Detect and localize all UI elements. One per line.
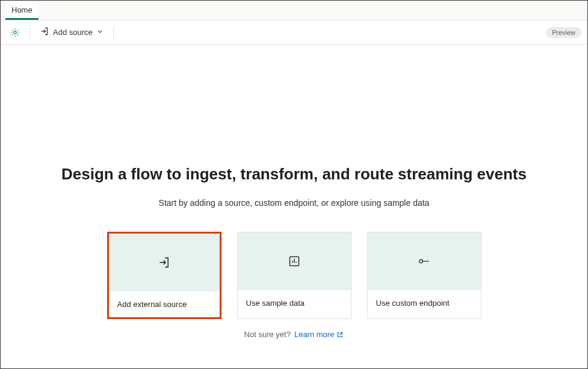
card-label: Add external source <box>109 291 220 317</box>
divider <box>113 26 114 39</box>
svg-point-2 <box>419 259 422 263</box>
preview-badge: Preview <box>546 27 581 38</box>
svg-point-0 <box>14 31 16 33</box>
footer-prompt: Not sure yet? <box>244 330 291 339</box>
external-link-icon <box>336 331 344 338</box>
chevron-down-icon <box>96 28 104 37</box>
cards-row: Add external source Use sample data Use … <box>107 232 481 319</box>
settings-button[interactable] <box>7 24 23 41</box>
add-source-button[interactable]: Add source <box>36 24 107 40</box>
card-use-sample-data[interactable]: Use sample data <box>237 232 351 319</box>
add-source-label: Add source <box>53 28 93 37</box>
gear-icon <box>10 28 20 37</box>
bar-chart-icon <box>288 255 300 267</box>
main-canvas: Design a flow to ingest, transform, and … <box>1 45 587 369</box>
card-icon-area <box>368 232 481 290</box>
card-label: Use custom endpoint <box>368 290 481 316</box>
card-use-custom-endpoint[interactable]: Use custom endpoint <box>367 232 481 319</box>
divider <box>29 26 30 39</box>
card-icon-area <box>109 234 220 291</box>
page-subtitle: Start by adding a source, custom endpoin… <box>159 198 430 208</box>
page-title: Design a flow to ingest, transform, and … <box>61 165 527 184</box>
footer-line: Not sure yet? Learn more <box>244 330 344 339</box>
card-icon-area <box>238 232 351 290</box>
tabs-bar: Home <box>1 1 587 20</box>
card-label: Use sample data <box>238 290 351 316</box>
learn-more-label: Learn more <box>294 330 334 339</box>
toolbar: Add source Preview <box>1 20 587 45</box>
card-add-external-source[interactable]: Add external source <box>107 232 221 319</box>
learn-more-link[interactable]: Learn more <box>294 330 344 339</box>
endpoint-icon <box>418 255 431 267</box>
enter-icon <box>40 26 49 38</box>
tab-home[interactable]: Home <box>5 1 39 20</box>
enter-icon <box>158 256 171 269</box>
